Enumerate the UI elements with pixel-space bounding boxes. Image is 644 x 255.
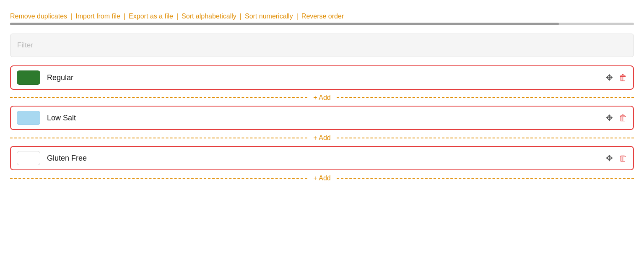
item-label-regular: Regular bbox=[47, 73, 606, 82]
add-row-0[interactable]: + Add bbox=[10, 90, 634, 106]
list-item: Gluten Free✥🗑 bbox=[10, 146, 634, 170]
delete-icon[interactable]: 🗑 bbox=[619, 154, 627, 163]
add-row-1[interactable]: + Add bbox=[10, 130, 634, 146]
item-actions: ✥🗑 bbox=[606, 153, 627, 163]
delete-icon[interactable]: 🗑 bbox=[619, 73, 627, 83]
add-row-inner: + Add bbox=[10, 174, 634, 182]
separator: | bbox=[70, 13, 72, 20]
separator: | bbox=[296, 13, 298, 20]
separator: | bbox=[240, 13, 242, 20]
scrollbar-track[interactable] bbox=[10, 23, 634, 25]
list-item: Regular✥🗑 bbox=[10, 65, 634, 90]
add-row-2[interactable]: + Add bbox=[10, 170, 634, 186]
list-item: Low Salt✥🗑 bbox=[10, 106, 634, 130]
separator: | bbox=[124, 13, 125, 20]
option-sort-alphabetically[interactable]: Sort alphabetically bbox=[182, 13, 236, 20]
filter-input[interactable] bbox=[10, 34, 634, 57]
option-reverse-order[interactable]: Reverse order bbox=[301, 13, 344, 20]
separator: | bbox=[177, 13, 178, 20]
drag-icon[interactable]: ✥ bbox=[606, 73, 613, 83]
option-import-from-file[interactable]: Import from file bbox=[75, 13, 120, 20]
color-swatch-regular[interactable] bbox=[17, 70, 40, 85]
scrollbar-thumb bbox=[10, 23, 559, 25]
add-row-inner: + Add bbox=[10, 134, 634, 142]
delete-icon[interactable]: 🗑 bbox=[619, 113, 627, 123]
add-label: + Add bbox=[310, 174, 334, 182]
item-actions: ✥🗑 bbox=[606, 73, 627, 83]
color-swatch-low-salt[interactable] bbox=[17, 111, 40, 125]
add-row-inner: + Add bbox=[10, 94, 634, 101]
option-sort-numerically[interactable]: Sort numerically bbox=[245, 13, 293, 20]
drag-icon[interactable]: ✥ bbox=[606, 113, 613, 123]
option-remove-duplicates[interactable]: Remove duplicates bbox=[10, 13, 67, 20]
item-label-low-salt: Low Salt bbox=[47, 114, 606, 122]
option-export-as-file[interactable]: Export as a file bbox=[129, 13, 173, 20]
add-label: + Add bbox=[310, 134, 334, 142]
item-actions: ✥🗑 bbox=[606, 113, 627, 123]
list-container: Regular✥🗑+ AddLow Salt✥🗑+ AddGluten Free… bbox=[10, 65, 634, 186]
drag-icon[interactable]: ✥ bbox=[606, 153, 613, 163]
item-label-gluten-free: Gluten Free bbox=[47, 154, 606, 163]
add-label: + Add bbox=[310, 94, 334, 101]
color-swatch-gluten-free[interactable] bbox=[17, 151, 40, 165]
options-bar: Remove duplicates | Import from file | E… bbox=[10, 13, 634, 20]
